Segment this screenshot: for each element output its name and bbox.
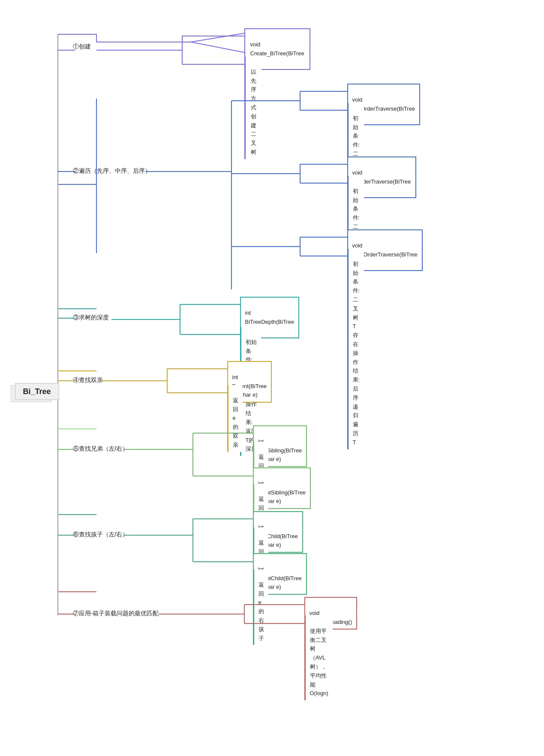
detail-test-boxloading: 使用平衡二叉树（AVL树），平均性能O(logn) [304, 616, 333, 700]
root-node: Bi_Tree [15, 383, 59, 400]
